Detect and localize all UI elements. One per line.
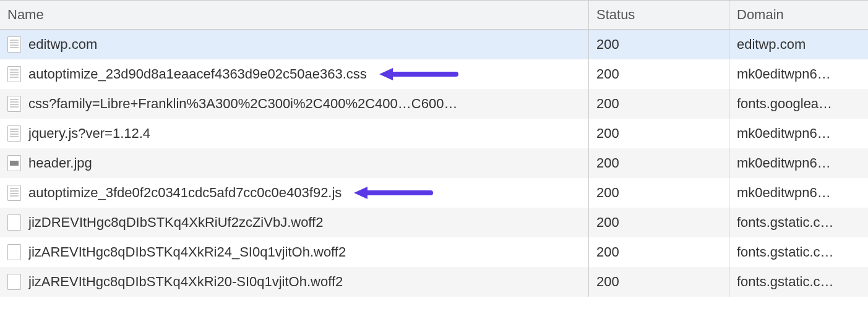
name-cell[interactable]: autoptimize_3fde0f2c0341cdc5afd7cc0c0e40… — [0, 178, 589, 208]
status-cell: 200 — [589, 119, 729, 148]
table-row[interactable]: css?family=Libre+Franklin%3A300%2C300i%2… — [0, 89, 868, 119]
document-icon — [7, 36, 21, 53]
document-icon — [7, 125, 21, 142]
status-value: 200 — [596, 274, 619, 290]
domain-cell: mk0editwpn6… — [729, 148, 868, 178]
document-icon — [7, 66, 21, 82]
domain-cell: mk0editwpn6… — [729, 178, 868, 208]
name-cell[interactable]: css?family=Libre+Franklin%3A300%2C300i%2… — [0, 89, 589, 119]
status-cell: 200 — [589, 178, 729, 208]
domain-cell: mk0editwpn6… — [729, 119, 868, 148]
font-file-icon — [7, 244, 21, 260]
table-row[interactable]: jizAREVItHgc8qDIbSTKq4XkRi24_SI0q1vjitOh… — [0, 237, 868, 267]
request-name: jizAREVItHgc8qDIbSTKq4XkRi24_SI0q1vjitOh… — [28, 244, 346, 260]
status-value: 200 — [596, 155, 619, 171]
table-row[interactable]: header.jpg200mk0editwpn6… — [0, 148, 868, 178]
domain-value: fonts.gstatic.c… — [737, 274, 834, 290]
domain-value: mk0editwpn6… — [737, 185, 831, 201]
status-value: 200 — [596, 36, 619, 53]
domain-cell: fonts.gstatic.c… — [729, 267, 868, 297]
table-row[interactable]: editwp.com200editwp.com — [0, 30, 868, 59]
status-value: 200 — [596, 96, 619, 112]
request-name: jizDREVItHgc8qDIbSTKq4XkRiUf2zcZiVbJ.wof… — [28, 214, 323, 231]
domain-cell: fonts.googlea… — [729, 89, 868, 119]
table-row[interactable]: jizAREVItHgc8qDIbSTKq4XkRi20-SI0q1vjitOh… — [0, 267, 868, 297]
document-icon — [7, 96, 21, 112]
table-body: editwp.com200editwp.comautoptimize_23d90… — [0, 30, 868, 297]
domain-value: mk0editwpn6… — [737, 125, 831, 142]
status-cell: 200 — [589, 59, 729, 89]
status-cell: 200 — [589, 148, 729, 178]
name-cell[interactable]: editwp.com — [0, 30, 589, 59]
image-icon — [7, 155, 21, 171]
status-cell: 200 — [589, 30, 729, 59]
status-value: 200 — [596, 125, 619, 142]
name-cell[interactable]: jizAREVItHgc8qDIbSTKq4XkRi24_SI0q1vjitOh… — [0, 237, 589, 267]
status-value: 200 — [596, 244, 619, 260]
domain-cell: fonts.gstatic.c… — [729, 237, 868, 267]
domain-value: fonts.gstatic.c… — [737, 214, 834, 231]
domain-value: fonts.googlea… — [737, 96, 832, 112]
request-name: header.jpg — [28, 155, 92, 171]
domain-cell: fonts.gstatic.c… — [729, 208, 868, 237]
status-cell: 200 — [589, 237, 729, 267]
request-name: jquery.js?ver=1.12.4 — [28, 125, 150, 142]
table-row[interactable]: autoptimize_23d90d8a1eaacef4363d9e02c50a… — [0, 59, 868, 89]
request-name: autoptimize_23d90d8a1eaacef4363d9e02c50a… — [28, 66, 367, 82]
table-row[interactable]: jizDREVItHgc8qDIbSTKq4XkRiUf2zcZiVbJ.wof… — [0, 208, 868, 237]
column-header-name[interactable]: Name — [0, 1, 589, 29]
font-file-icon — [7, 274, 21, 290]
network-table: Name Status Domain editwp.com200editwp.c… — [0, 0, 868, 297]
status-cell: 200 — [589, 267, 729, 297]
name-cell[interactable]: jquery.js?ver=1.12.4 — [0, 119, 589, 148]
annotation-arrow-left-icon — [353, 185, 433, 201]
name-cell[interactable]: autoptimize_23d90d8a1eaacef4363d9e02c50a… — [0, 59, 589, 89]
annotation-arrow-left-icon — [378, 66, 458, 82]
request-name: editwp.com — [28, 36, 97, 53]
domain-value: mk0editwpn6… — [737, 155, 831, 171]
status-value: 200 — [596, 214, 619, 231]
domain-value: fonts.gstatic.c… — [737, 244, 834, 260]
request-name: css?family=Libre+Franklin%3A300%2C300i%2… — [28, 96, 457, 112]
domain-value: mk0editwpn6… — [737, 66, 831, 82]
font-file-icon — [7, 214, 21, 231]
table-row[interactable]: autoptimize_3fde0f2c0341cdc5afd7cc0c0e40… — [0, 178, 868, 208]
domain-cell: editwp.com — [729, 30, 868, 59]
request-name: autoptimize_3fde0f2c0341cdc5afd7cc0c0e40… — [28, 185, 342, 201]
name-cell[interactable]: jizAREVItHgc8qDIbSTKq4XkRi20-SI0q1vjitOh… — [0, 267, 589, 297]
column-header-status[interactable]: Status — [589, 1, 729, 29]
table-row[interactable]: jquery.js?ver=1.12.4200mk0editwpn6… — [0, 119, 868, 148]
column-header-domain[interactable]: Domain — [729, 1, 868, 29]
svg-marker-1 — [379, 68, 393, 80]
request-name: jizAREVItHgc8qDIbSTKq4XkRi20-SI0q1vjitOh… — [28, 274, 343, 290]
name-cell[interactable]: header.jpg — [0, 148, 589, 178]
status-value: 200 — [596, 66, 619, 82]
status-cell: 200 — [589, 89, 729, 119]
table-header-row: Name Status Domain — [0, 0, 868, 30]
domain-cell: mk0editwpn6… — [729, 59, 868, 89]
status-value: 200 — [596, 185, 619, 201]
document-icon — [7, 185, 21, 201]
status-cell: 200 — [589, 208, 729, 237]
domain-value: editwp.com — [737, 36, 806, 53]
svg-marker-3 — [354, 187, 367, 199]
name-cell[interactable]: jizDREVItHgc8qDIbSTKq4XkRiUf2zcZiVbJ.wof… — [0, 208, 589, 237]
